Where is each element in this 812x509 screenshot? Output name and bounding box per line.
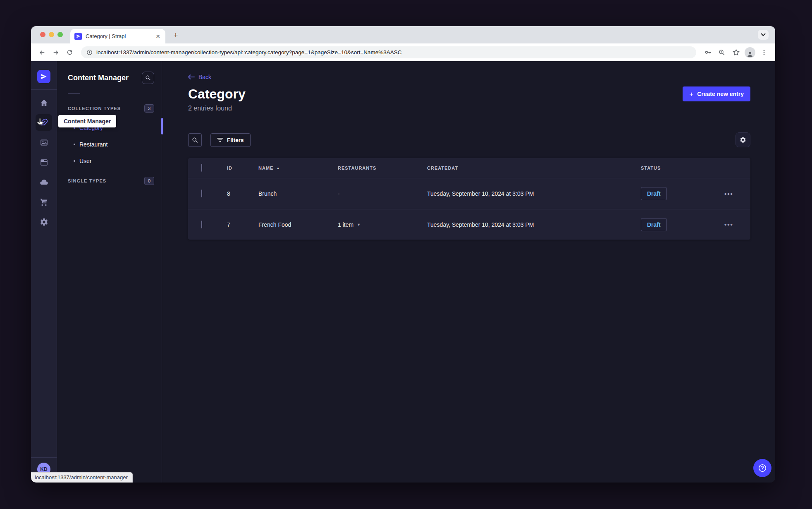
- rail-divider: [31, 89, 57, 90]
- collection-types-label: COLLECTION TYPES: [68, 106, 121, 111]
- minimize-window-button[interactable]: [49, 32, 54, 37]
- strapi-favicon: [74, 33, 82, 40]
- content-manager-tooltip: Content Manager: [58, 115, 116, 127]
- close-window-button[interactable]: [40, 32, 45, 37]
- cell-name: French Food: [258, 221, 338, 228]
- main-content: Back Category 2 entries found + Create n…: [162, 61, 775, 483]
- single-types-label: SINGLE TYPES: [68, 178, 106, 183]
- back-link[interactable]: Back: [188, 74, 211, 80]
- subnav-search-button[interactable]: [142, 72, 154, 84]
- page-title: Category: [188, 86, 246, 101]
- cell-name: Brunch: [258, 190, 338, 197]
- tab-close-icon[interactable]: ✕: [155, 33, 161, 40]
- table-settings-button[interactable]: [736, 132, 750, 147]
- strapi-logo-icon: [41, 73, 47, 80]
- single-types-count-badge: 0: [144, 177, 154, 185]
- gear-icon: [740, 137, 746, 143]
- table-header-row: ID NAME ▲ RESTAURANTS CREATEDAT STATUS: [188, 158, 750, 178]
- tab-search-button[interactable]: [758, 30, 769, 40]
- arrow-left-icon: [188, 74, 195, 79]
- relation-expand-toggle[interactable]: 1 item ▼: [338, 221, 361, 228]
- bullet-icon: [74, 160, 75, 162]
- subnav-item-label: Restaurant: [79, 141, 107, 148]
- url-bar[interactable]: localhost:1337/admin/content-manager/col…: [81, 46, 696, 58]
- cell-createdat: Tuesday, September 10, 2024 at 3:03 PM: [427, 221, 641, 228]
- table-search-button[interactable]: [188, 133, 202, 147]
- bullet-icon: [74, 144, 75, 145]
- column-header-createdat[interactable]: CREATEDAT: [427, 166, 641, 170]
- link-preview-status-bar: localhost:1337/admin/content-manager: [31, 472, 133, 483]
- filters-button[interactable]: Filters: [210, 133, 251, 147]
- filter-icon: [217, 137, 223, 142]
- table-row[interactable]: 8 Brunch - Tuesday, September 10, 2024 a…: [188, 178, 750, 209]
- rail-bottom-divider: [31, 457, 57, 458]
- traffic-lights: [40, 32, 63, 37]
- search-icon: [192, 137, 198, 143]
- select-all-checkbox[interactable]: [201, 164, 202, 172]
- nav-content-type-builder-icon[interactable]: [35, 153, 53, 171]
- subnav-title: Content Manager: [68, 74, 129, 82]
- chevron-down-icon: [761, 33, 766, 36]
- plus-icon: +: [689, 91, 693, 98]
- new-tab-button[interactable]: +: [171, 30, 181, 40]
- row-actions-menu[interactable]: •••: [724, 191, 733, 197]
- subnav-divider: [68, 93, 80, 94]
- reload-button[interactable]: [64, 47, 75, 58]
- cell-createdat: Tuesday, September 10, 2024 at 3:03 PM: [427, 190, 641, 197]
- nav-media-library-icon[interactable]: [35, 133, 53, 151]
- question-mark-icon: [758, 463, 767, 473]
- status-badge: Draft: [641, 218, 667, 231]
- row-checkbox[interactable]: [201, 221, 202, 228]
- tab-title: Category | Strapi: [86, 33, 151, 39]
- help-button[interactable]: [753, 459, 771, 477]
- url-text: localhost:1337/admin/content-manager/col…: [96, 49, 402, 55]
- create-new-entry-button[interactable]: + Create new entry: [683, 86, 750, 101]
- entries-table: ID NAME ▲ RESTAURANTS CREATEDAT STATUS 8…: [188, 158, 750, 240]
- hand-cursor: [36, 118, 45, 128]
- nav-settings-icon[interactable]: [35, 213, 53, 231]
- forward-button[interactable]: [50, 47, 61, 58]
- entries-count: 2 entries found: [188, 105, 246, 112]
- tab-strip: Category | Strapi ✕ +: [31, 26, 775, 43]
- chevron-down-icon: ▼: [357, 223, 361, 227]
- password-key-icon[interactable]: [702, 47, 713, 58]
- collection-types-count-badge: 3: [144, 104, 154, 113]
- site-info-icon[interactable]: [86, 49, 93, 55]
- search-icon: [145, 75, 151, 81]
- column-header-name[interactable]: NAME ▲: [258, 166, 338, 170]
- column-header-id[interactable]: ID: [227, 166, 258, 170]
- browser-toolbar: localhost:1337/admin/content-manager/col…: [31, 43, 775, 61]
- nav-marketplace-icon[interactable]: [35, 193, 53, 211]
- browser-window: Category | Strapi ✕ + localhost:1337/adm…: [31, 26, 775, 483]
- nav-deploy-cloud-icon[interactable]: [35, 173, 53, 191]
- strapi-app: KD Content Manager COLLECTION TYPES 3 Ca…: [31, 61, 775, 483]
- subnav-item-user[interactable]: User: [68, 153, 154, 169]
- cell-id: 7: [227, 221, 258, 228]
- toolbar-actions: [702, 47, 769, 58]
- status-badge: Draft: [641, 187, 667, 200]
- sort-ascending-icon: ▲: [276, 166, 280, 170]
- browser-menu-icon[interactable]: [759, 47, 769, 58]
- column-header-status: STATUS: [641, 166, 724, 170]
- zoom-icon[interactable]: [716, 47, 727, 58]
- nav-home-icon[interactable]: [35, 94, 53, 112]
- subnav-item-restaurant[interactable]: Restaurant: [68, 136, 154, 153]
- column-header-restaurants: RESTAURANTS: [338, 166, 427, 170]
- browser-profile-avatar[interactable]: [745, 47, 755, 58]
- bookmark-star-icon[interactable]: [731, 47, 741, 58]
- subnav-item-label: User: [79, 158, 92, 164]
- back-button[interactable]: [37, 47, 48, 58]
- row-actions-menu[interactable]: •••: [724, 221, 733, 228]
- browser-tab[interactable]: Category | Strapi ✕: [70, 29, 165, 43]
- table-row[interactable]: 7 French Food 1 item ▼ Tuesday, Septembe…: [188, 209, 750, 240]
- active-page-indicator: [161, 118, 163, 134]
- cell-restaurants: -: [338, 190, 427, 197]
- row-checkbox[interactable]: [201, 190, 202, 197]
- cell-id: 8: [227, 190, 258, 197]
- strapi-logo[interactable]: [37, 70, 50, 83]
- maximize-window-button[interactable]: [57, 32, 63, 37]
